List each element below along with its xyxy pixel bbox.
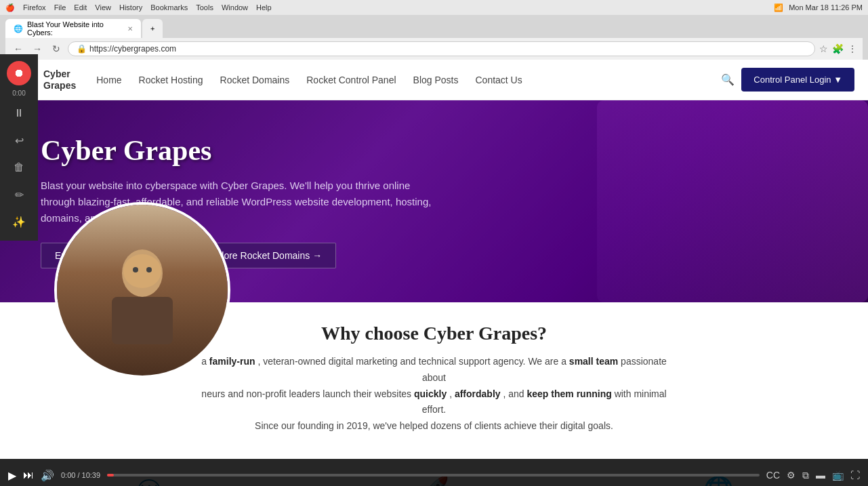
window-menu[interactable]: Window	[222, 3, 248, 12]
cc-icon[interactable]: CC	[766, 470, 780, 481]
progress-bar[interactable]	[107, 474, 760, 477]
edit-menu[interactable]: Edit	[74, 3, 87, 12]
presenter-video	[54, 202, 230, 378]
os-menu-right: 📶 Mon Mar 18 11:26 PM	[774, 3, 863, 12]
datetime: Mon Mar 18 11:26 PM	[789, 3, 863, 12]
tab-favicon: 🌐	[14, 24, 23, 33]
reload-button[interactable]: ↻	[49, 41, 64, 56]
logo-text: Cyber Grapes	[43, 68, 76, 92]
control-panel-login-button[interactable]: Control Panel Login ▼	[741, 68, 854, 92]
why-bold3: quickly	[414, 388, 447, 399]
site-navigation: 🍇 Cyber Grapes Home Rocket Hosting Rocke…	[0, 60, 868, 100]
svg-rect-1	[112, 297, 173, 344]
theater-icon[interactable]: ▬	[816, 470, 825, 481]
url-text[interactable]: https://cybergrapes.com	[89, 44, 176, 54]
volume-button[interactable]: 🔊	[41, 469, 54, 482]
view-menu[interactable]: View	[95, 3, 111, 12]
why-bold1: family-run	[209, 356, 255, 367]
svg-point-4	[146, 267, 152, 272]
record-time: 0:00	[12, 89, 25, 97]
play-button[interactable]: ▶	[8, 469, 16, 482]
video-controls: ▶ ⏭ 🔊 0:00 / 10:39 CC ⚙ ⧉ ▬ 📺 ⛶	[0, 459, 868, 486]
record-button[interactable]: ⏺	[7, 61, 31, 85]
progress-fill	[107, 474, 114, 477]
presenter-image	[57, 205, 228, 376]
nav-control-panel[interactable]: Rocket Control Panel	[306, 75, 396, 85]
overflow-icon[interactable]: ⋮	[848, 43, 857, 54]
os-menubar: 🍎 Firefox File Edit View History Bookmar…	[0, 0, 868, 15]
browser-chrome: 🌐 Blast Your Website into Cybers: ✕ + ← …	[0, 15, 868, 60]
tab-close-btn[interactable]: ✕	[127, 25, 133, 33]
why-bold5: keep them running	[527, 388, 612, 399]
logo-line1: Cyber	[43, 68, 70, 79]
why-text2: , veteran-owned digital marketing and te…	[257, 356, 569, 367]
why-bold4: affordably	[455, 388, 501, 399]
wifi-icon: 📶	[774, 3, 783, 12]
active-tab[interactable]: 🌐 Blast Your Website into Cybers: ✕	[5, 19, 141, 38]
apple-icon[interactable]: 🍎	[5, 3, 15, 12]
edit-button[interactable]: ✏	[7, 182, 31, 207]
tab-title: Blast Your Website into Cybers:	[27, 20, 123, 37]
browser-toolbar: ← → ↻ 🔒 https://cybergrapes.com ☆ 🧩 ⋮	[5, 38, 863, 60]
why-text1: a	[201, 356, 209, 367]
os-menu-left: 🍎 Firefox File Edit View History Bookmar…	[5, 3, 272, 12]
url-bar[interactable]: 🔒 https://cybergrapes.com	[68, 41, 815, 56]
nav-contact-us[interactable]: Contact Us	[475, 75, 522, 85]
effects-button[interactable]: ✨	[7, 209, 31, 234]
website-content: 🍇 Cyber Grapes Home Rocket Hosting Rocke…	[0, 60, 868, 486]
new-tab-btn[interactable]: +	[142, 19, 163, 38]
pip-icon[interactable]: ⧉	[802, 470, 809, 481]
cast-icon[interactable]: 📺	[832, 470, 844, 481]
logo-line2: Grapes	[43, 80, 76, 91]
toolbar-right: ☆ 🧩 ⋮	[819, 43, 857, 54]
astronaut-image	[597, 100, 868, 302]
nav-rocket-hosting[interactable]: Rocket Hosting	[139, 75, 203, 85]
delete-button[interactable]: 🗑	[7, 155, 31, 180]
nav-links: Home Rocket Hosting Rocket Domains Rocke…	[96, 75, 721, 85]
history-menu[interactable]: History	[119, 3, 142, 12]
browser-tabs: 🌐 Blast Your Website into Cybers: ✕ +	[5, 19, 863, 38]
nav-rocket-domains[interactable]: Rocket Domains	[220, 75, 290, 85]
recording-sidebar: ⏺ 0:00 ⏸ ↩ 🗑 ✏ ✨	[0, 54, 38, 241]
search-icon[interactable]: 🔍	[721, 73, 735, 86]
why-and: , and	[503, 388, 526, 399]
extensions-icon[interactable]: 🧩	[832, 43, 844, 54]
nav-home[interactable]: Home	[96, 75, 121, 85]
pause-button[interactable]: ⏸	[7, 101, 31, 125]
tools-menu[interactable]: Tools	[196, 3, 213, 12]
svg-point-3	[133, 267, 138, 272]
why-comma1: ,	[449, 388, 455, 399]
bookmark-star-icon[interactable]: ☆	[819, 43, 828, 54]
svg-point-2	[123, 254, 161, 288]
fullscreen-icon[interactable]: ⛶	[850, 470, 860, 481]
lock-icon: 🔒	[77, 44, 87, 54]
file-menu[interactable]: File	[54, 3, 66, 12]
skip-forward-button[interactable]: ⏭	[23, 469, 34, 481]
why-bold2: small team	[569, 356, 618, 367]
video-time: 0:00 / 10:39	[61, 471, 100, 479]
rewind-button[interactable]: ↩	[7, 128, 31, 153]
bookmarks-menu[interactable]: Bookmarks	[150, 3, 188, 12]
why-text: a family-run , veteran-owned digital mar…	[197, 354, 671, 434]
hero-title: Cyber Grapes	[41, 134, 447, 167]
help-menu[interactable]: Help	[256, 3, 272, 12]
firefox-menu[interactable]: Firefox	[23, 3, 46, 12]
nav-blog-posts[interactable]: Blog Posts	[413, 75, 459, 85]
settings-icon[interactable]: ⚙	[787, 470, 795, 481]
